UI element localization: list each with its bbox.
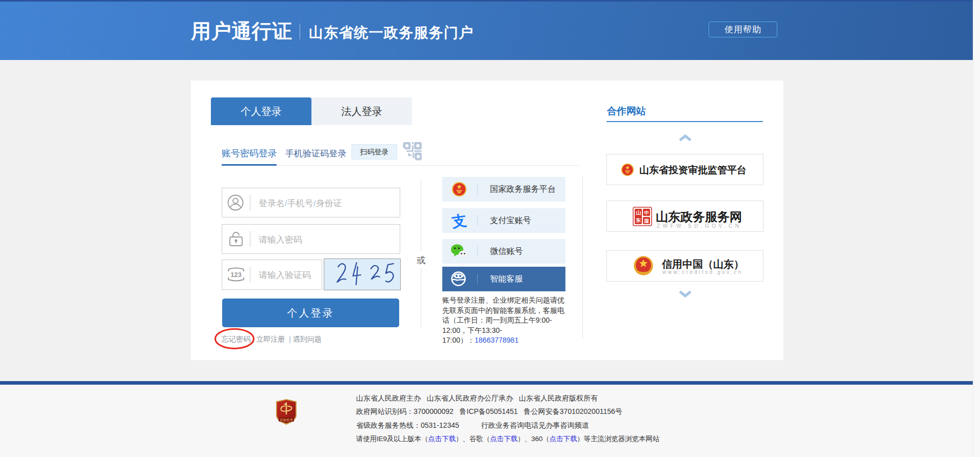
svg-text:党政机关: 党政机关 [280, 418, 293, 422]
svg-text:山: 山 [636, 210, 641, 215]
svg-text:123: 123 [230, 271, 242, 279]
svg-text:国: 国 [644, 218, 649, 224]
svg-text:中: 中 [644, 210, 649, 215]
svg-text:东: 东 [635, 217, 641, 223]
svg-text:支: 支 [450, 212, 468, 230]
